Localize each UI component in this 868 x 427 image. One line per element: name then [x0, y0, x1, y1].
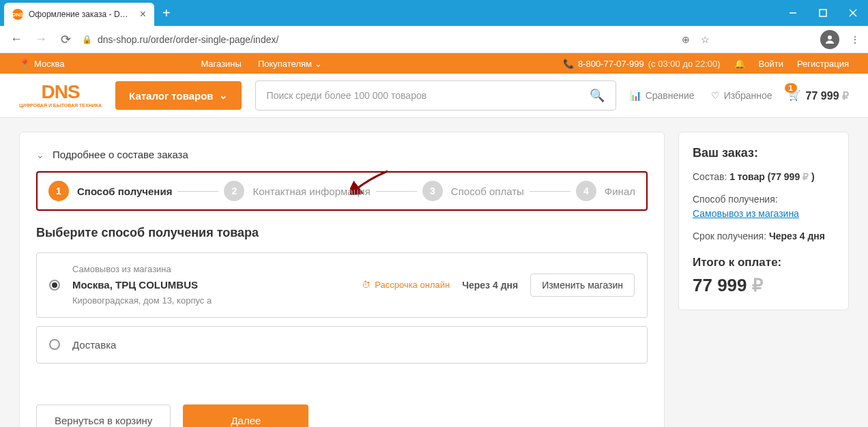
browser-tab[interactable]: DNS Оформление заказа - DNS – ин × [4, 3, 154, 26]
summary-contents: Состав: 1 товар (77 999 ₽ ) [693, 170, 835, 184]
address-bar[interactable]: 🔒 dns-shop.ru/order/order-single-page/in… [82, 34, 674, 45]
step-contact-info[interactable]: 2 Контактная информация [224, 181, 370, 201]
search-box[interactable]: 🔍 [255, 80, 616, 111]
logo-subtitle: ЦИФРОВАЯ И БЫТОВАЯ ТЕХНИКА [19, 103, 102, 108]
pickup-sublabel: Самовывоз из магазина [72, 263, 349, 276]
close-tab-icon[interactable]: × [140, 8, 146, 20]
svg-rect-1 [820, 10, 826, 16]
search-input[interactable] [267, 90, 581, 101]
section-title: Выберите способ получения товара [36, 226, 648, 240]
summary-title: Ваш заказ: [693, 146, 835, 160]
radio-delivery[interactable] [49, 339, 60, 350]
chevron-down-icon: ⌄ [36, 149, 44, 160]
cart-price: 77 999 ₽ [806, 89, 849, 102]
city-name: Москва [34, 59, 64, 69]
search-icon[interactable]: 🔍 [590, 88, 605, 103]
reload-button[interactable]: ⟳ [57, 31, 74, 48]
phone-icon: 📞 [563, 59, 574, 69]
forward-button[interactable]: → [33, 31, 49, 48]
bars-icon: 📊 [630, 90, 641, 101]
pickup-eta: Через 4 дня [462, 280, 518, 291]
delivery-option[interactable]: Доставка [36, 326, 648, 364]
pickup-address: Кировоградская, дом 13, корпус а [72, 294, 349, 308]
url-text: dns-shop.ru/order/order-single-page/inde… [98, 34, 278, 45]
browser-tab-strip: DNS Оформление заказа - DNS – ин × + [0, 0, 868, 26]
delivery-label: Доставка [72, 339, 116, 351]
heart-icon: ♡ [711, 90, 720, 101]
lock-icon: 🔒 [82, 35, 92, 44]
catalog-button[interactable]: Каталог товаров ⌄ [115, 81, 242, 110]
logo[interactable]: DNS ЦИФРОВАЯ И БЫТОВАЯ ТЕХНИКА [19, 83, 102, 108]
step-divider [530, 191, 570, 192]
clock-icon: ⏱ [362, 280, 371, 290]
step-delivery-method[interactable]: 1 Способ получения [48, 181, 172, 201]
back-button[interactable]: ← [8, 31, 25, 48]
browser-url-bar: ← → ⟳ 🔒 dns-shop.ru/order/order-single-p… [0, 26, 868, 53]
favicon-icon: DNS [12, 9, 23, 20]
compare-link[interactable]: 📊 Сравнение [630, 90, 695, 101]
site-header: DNS ЦИФРОВАЯ И БЫТОВАЯ ТЕХНИКА Каталог т… [0, 74, 868, 118]
new-tab-button[interactable]: + [154, 5, 179, 21]
step-divider [177, 191, 218, 192]
summary-method: Способ получения: Самовывоз из магазина [693, 192, 835, 221]
login-link[interactable]: Войти [759, 59, 783, 69]
pin-icon: 📍 [19, 59, 30, 69]
summary-eta: Срок получения: Через 4 дня [693, 229, 835, 244]
chevron-down-icon: ⌄ [315, 59, 322, 69]
pickup-option[interactable]: Самовывоз из магазина Москва, ТРЦ COLUMB… [36, 252, 648, 318]
city-selector[interactable]: 📍 Москва [19, 59, 64, 69]
logo-text: DNS [41, 83, 79, 102]
next-button[interactable]: Далее [183, 404, 308, 428]
step-payment[interactable]: 3 Способ оплаты [422, 181, 524, 201]
svg-point-4 [828, 35, 832, 40]
details-label: Подробнее о составе заказа [53, 149, 188, 160]
minimize-button[interactable] [778, 0, 808, 26]
close-window-button[interactable] [838, 0, 868, 26]
tab-title: Оформление заказа - DNS – ин [29, 10, 130, 19]
step-final[interactable]: 4 Финал [576, 181, 635, 201]
favorites-link[interactable]: ♡ Избранное [711, 90, 772, 101]
order-details-toggle[interactable]: ⌄ Подробнее о составе заказа [36, 149, 648, 171]
site-top-bar: 📍 Москва Магазины Покупателям ⌄ 📞 8-800-… [0, 53, 868, 74]
cart-badge: 1 [785, 83, 797, 93]
back-to-cart-button[interactable]: Вернуться в корзину [36, 404, 171, 428]
install-icon[interactable]: ⊕ [682, 34, 690, 45]
phone-number[interactable]: 📞 8-800-77-07-999 (с 03:00 до 22:00) [563, 59, 721, 69]
maximize-button[interactable] [808, 0, 838, 26]
cart-icon: 🛒1 [789, 90, 800, 101]
total-label: Итого к оплате: [693, 256, 835, 269]
bell-icon[interactable]: 🔔 [734, 59, 745, 69]
window-controls [778, 0, 868, 26]
change-store-button[interactable]: Изменить магазин [530, 274, 635, 297]
checkout-steps: 1 Способ получения 2 Контактная информац… [36, 171, 648, 211]
chevron-down-icon: ⌄ [219, 89, 228, 102]
installment-link[interactable]: ⏱ Рассрочка онлайн [362, 280, 450, 290]
radio-pickup[interactable] [49, 280, 60, 291]
step-divider [376, 191, 417, 192]
profile-avatar-icon[interactable] [820, 30, 839, 49]
menu-icon[interactable]: ⋮ [850, 34, 860, 45]
register-link[interactable]: Регистрация [797, 59, 849, 69]
checkout-main: ⌄ Подробнее о составе заказа 1 Способ по… [19, 132, 665, 427]
stores-link[interactable]: Магазины [201, 59, 242, 69]
star-icon[interactable]: ☆ [701, 34, 710, 45]
summary-method-link[interactable]: Самовывоз из магазина [693, 208, 799, 219]
pickup-store-name: Москва, ТРЦ COLUMBUS [72, 278, 349, 293]
order-summary: Ваш заказ: Состав: 1 товар (77 999 ₽ ) С… [678, 132, 849, 310]
cart-button[interactable]: 🛒1 77 999 ₽ [789, 89, 849, 102]
customers-link[interactable]: Покупателям ⌄ [258, 59, 322, 69]
total-price: 77 999 ₽ [693, 275, 835, 296]
